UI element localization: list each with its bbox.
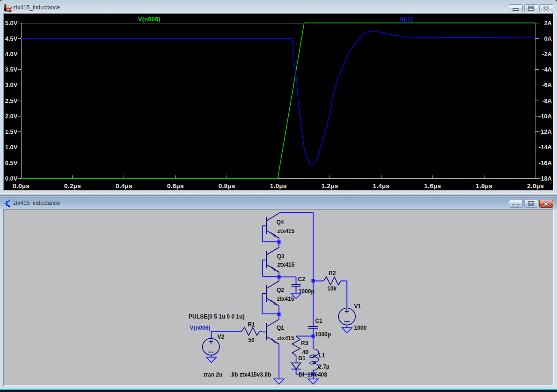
svg-text:R3: R3 [301,340,308,347]
svg-text:0.8µs: 0.8µs [219,182,235,189]
svg-text:C1: C1 [315,318,322,324]
svg-text:10k: 10k [327,285,337,292]
svg-text:0A: 0A [544,35,552,42]
svg-text:-14A: -14A [539,144,552,151]
svg-text:ztx415: ztx415 [278,261,295,268]
svg-text:1.0V: 1.0V [5,144,18,151]
svg-text:Q1: Q1 [277,325,284,331]
svg-text:5.0V: 5.0V [5,20,18,27]
svg-text:1.0µs: 1.0µs [270,182,286,189]
svg-text:V1: V1 [354,303,361,310]
svg-text:0.6µs: 0.6µs [167,182,184,189]
svg-text:.lib ztx415v3.lib: .lib ztx415v3.lib [230,371,271,378]
svg-text:D1: D1 [298,355,306,362]
svg-text:DI_1N6408: DI_1N6408 [299,371,327,378]
svg-text:V(n006): V(n006) [138,15,161,22]
svg-text:4.5V: 4.5V [5,35,18,42]
svg-text:50: 50 [248,337,255,343]
svg-text:0.2µs: 0.2µs [64,182,81,189]
svg-text:-6A: -6A [542,81,552,88]
svg-text:Q3: Q3 [277,253,285,260]
svg-text:V(n006): V(n006) [190,325,210,331]
svg-text:ztx415: ztx415 [278,228,295,234]
svg-text:C2: C2 [298,276,306,283]
svg-text:Q4: Q4 [277,219,284,225]
svg-text:1.4µs: 1.4µs [373,182,389,189]
svg-text:4.0V: 4.0V [5,51,18,58]
svg-text:L1: L1 [318,352,325,359]
svg-text:PULSE(0 5 1u 0 0 1u): PULSE(0 5 1u 0 0 1u) [189,313,244,320]
svg-text:1.8µs: 1.8µs [476,182,492,189]
svg-text:1.5V: 1.5V [5,128,18,135]
svg-text:1.2µs: 1.2µs [321,182,338,189]
svg-text:I(L1): I(L1) [400,15,413,22]
svg-text:3.5V: 3.5V [5,66,18,73]
svg-text:1000: 1000 [354,325,366,331]
svg-text:V2: V2 [218,334,225,340]
svg-text:2.0V: 2.0V [5,113,18,120]
svg-text:ztx415: ztx415 [277,335,294,341]
svg-text:1.6µs: 1.6µs [424,182,441,189]
svg-text:1000p: 1000p [299,288,315,295]
svg-text:0.5V: 0.5V [5,160,18,167]
svg-text:R1: R1 [248,321,255,328]
svg-text:-12A: -12A [539,128,552,135]
svg-text:.tran 2u: .tran 2u [202,371,222,378]
svg-text:-4A: -4A [542,66,552,73]
svg-text:-2A: -2A [542,51,552,58]
svg-text:1000p: 1000p [315,331,331,338]
svg-text:0.0V: 0.0V [5,175,18,182]
svg-text:-16A: -16A [539,160,552,167]
svg-text:Q2: Q2 [277,287,284,293]
svg-text:3.0V: 3.0V [5,81,18,88]
svg-text:0.0µs: 0.0µs [13,182,29,189]
svg-text:R2: R2 [329,270,336,276]
svg-text:-10A: -10A [539,113,552,120]
svg-text:2A: 2A [544,20,552,27]
svg-text:40: 40 [302,349,309,356]
svg-text:2.7µ: 2.7µ [318,363,330,370]
svg-text:-18A: -18A [539,175,552,182]
svg-text:0.4µs: 0.4µs [116,182,132,189]
svg-text:-8A: -8A [542,97,552,104]
svg-text:ztx415: ztx415 [277,296,294,302]
svg-text:2.5V: 2.5V [5,97,18,104]
svg-text:2.0µs: 2.0µs [527,182,544,189]
